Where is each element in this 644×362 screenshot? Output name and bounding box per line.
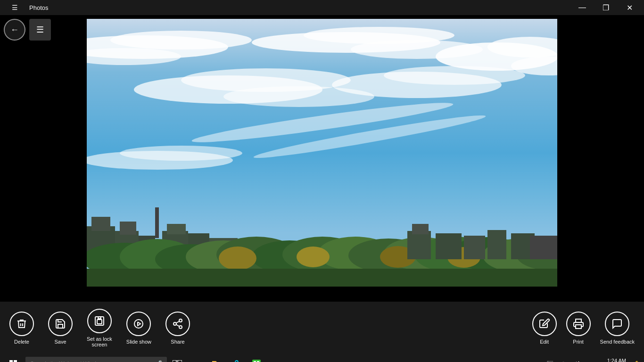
delete-label: Delete: [14, 339, 29, 345]
floppy-icon: [55, 318, 66, 329]
task-view-icon: [173, 360, 182, 362]
photo-svg: [87, 19, 557, 287]
menu-icon: ☰: [36, 25, 44, 35]
edge-icon[interactable]: e: [188, 354, 206, 362]
svg-line-62: [176, 321, 180, 323]
edit-icon: [532, 312, 557, 336]
slideshow-button[interactable]: Slide show: [126, 312, 151, 345]
file-explorer-icon[interactable]: [207, 354, 226, 362]
svg-rect-52: [487, 230, 506, 259]
app5-icon[interactable]: [247, 354, 266, 362]
share-label: Share: [171, 339, 184, 345]
delete-button[interactable]: Delete: [9, 312, 34, 345]
svg-rect-65: [14, 360, 17, 362]
save-icon: [48, 312, 73, 336]
microphone-icon[interactable]: 🎤: [154, 360, 162, 362]
store-icon[interactable]: [227, 354, 246, 362]
svg-rect-56: [97, 320, 102, 324]
svg-rect-22: [120, 222, 136, 235]
notification-icon[interactable]: 🔔: [631, 358, 642, 362]
bottom-action-bar: Delete Save Set as lock screen: [0, 302, 644, 354]
message-icon: [611, 318, 623, 329]
photo-sky: [87, 19, 557, 287]
back-button[interactable]: ←: [4, 19, 25, 41]
print-icon: [566, 312, 591, 336]
lock-icon: [94, 315, 105, 327]
svg-point-43: [219, 247, 256, 270]
tablet-mode-icon[interactable]: ⬛: [545, 358, 556, 362]
bag-icon: [231, 359, 242, 362]
top-toolbar: ← ☰: [0, 15, 55, 44]
svg-rect-54: [530, 236, 557, 259]
svg-rect-47: [87, 269, 557, 287]
maximize-button[interactable]: ❐: [595, 0, 617, 15]
search-bar[interactable]: 🎤: [25, 357, 167, 362]
share-icon: [165, 312, 190, 336]
svg-rect-63: [576, 325, 581, 329]
edit-button[interactable]: Edit: [532, 312, 557, 345]
close-icon: ✕: [627, 3, 633, 12]
language-icon[interactable]: ENG: [584, 358, 595, 362]
clock-time: 1:24 AM: [600, 357, 626, 362]
svg-point-18: [120, 146, 242, 161]
lock-screen-icon: [87, 309, 112, 333]
minimize-button[interactable]: —: [571, 0, 593, 15]
bottom-left-actions: Delete Save Set as lock screen: [9, 309, 190, 347]
menu-button[interactable]: ☰: [29, 19, 51, 41]
minimize-icon: —: [578, 3, 586, 12]
svg-rect-64: [9, 360, 13, 362]
app-title: Photos: [29, 4, 48, 11]
print-button[interactable]: Print: [566, 312, 591, 345]
svg-point-14: [384, 66, 525, 85]
titlebar: ☰ Photos — ❐ ✕: [0, 0, 644, 15]
set-lock-screen-button[interactable]: Set as lock screen: [87, 309, 112, 347]
slideshow-icon: [126, 312, 151, 336]
svg-rect-51: [464, 236, 485, 259]
svg-point-58: [179, 319, 182, 322]
svg-line-61: [176, 325, 180, 327]
svg-rect-48: [407, 231, 431, 259]
system-clock[interactable]: 1:24 AM 12/16/2014: [597, 357, 629, 362]
pencil-icon: [539, 318, 550, 329]
svg-rect-68: [173, 360, 176, 362]
play-circle-icon: [133, 318, 144, 329]
send-feedback-button[interactable]: Send feedback: [600, 312, 635, 345]
print-label: Print: [573, 339, 584, 345]
main-view: ← ☰: [0, 15, 644, 302]
taskbar: 🎤 e ▲ ⬛: [0, 354, 644, 362]
save-button[interactable]: Save: [48, 312, 73, 345]
share-arrow-icon: [172, 318, 183, 329]
svg-rect-49: [412, 224, 429, 234]
svg-point-57: [134, 320, 143, 328]
svg-rect-20: [91, 217, 110, 231]
hamburger-button[interactable]: ☰: [4, 0, 25, 15]
system-tray: ▲ ⬛ ENG 1:24 AM 12/16/2014 🔔: [531, 357, 642, 362]
feedback-icon: [605, 312, 629, 336]
edit-label: Edit: [540, 339, 549, 345]
tray-arrow[interactable]: ▲: [531, 358, 543, 362]
svg-rect-24: [155, 207, 159, 238]
svg-rect-50: [436, 233, 462, 259]
task-view-button[interactable]: [168, 354, 187, 362]
printer-icon: [573, 318, 584, 329]
svg-rect-69: [178, 360, 182, 362]
bottom-right-actions: Edit Print Send feedback: [532, 312, 635, 345]
titlebar-left: ☰ Photos: [4, 0, 48, 15]
save-label: Save: [54, 339, 66, 345]
green-app-icon: [251, 359, 262, 362]
windows-icon: [9, 360, 17, 362]
svg-point-60: [179, 326, 182, 329]
start-button[interactable]: [2, 354, 25, 362]
svg-rect-73: [252, 360, 261, 362]
network-icon[interactable]: [558, 358, 569, 362]
set-lock-screen-label: Set as lock screen: [87, 336, 112, 347]
send-feedback-label: Send feedback: [600, 339, 635, 345]
folder-icon: [212, 359, 222, 362]
maximize-icon: ❐: [603, 3, 609, 12]
photo-display: [87, 19, 557, 287]
close-button[interactable]: ✕: [619, 0, 640, 15]
volume-icon[interactable]: [571, 358, 582, 362]
delete-icon: [9, 312, 34, 336]
svg-point-59: [173, 322, 176, 325]
share-button[interactable]: Share: [165, 312, 190, 345]
